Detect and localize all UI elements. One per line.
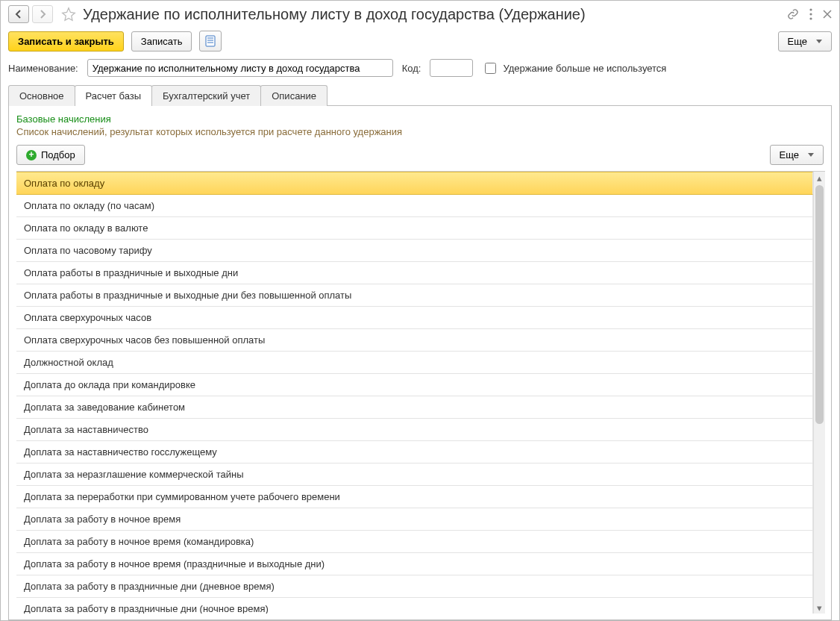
name-input[interactable] [87,59,393,77]
list-item[interactable]: Доплата за работу в ночное время [16,508,813,531]
list-item[interactable]: Доплата за наставничество [16,419,813,441]
scroll-down-icon[interactable]: ▾ [814,602,825,614]
unused-checkbox-wrap[interactable]: Удержание больше не используется [482,60,666,76]
list-item[interactable]: Оплата сверхурочных часов без повышенной… [16,329,813,352]
list-item[interactable]: Доплата за работу в ночное время (праздн… [16,553,813,575]
list-item[interactable]: Оплата по окладу (по часам) [16,195,813,217]
close-icon[interactable] [823,10,832,19]
svg-rect-3 [206,36,215,46]
nav-forward-button [32,5,53,23]
scroll-up-icon[interactable]: ▴ [814,172,825,184]
list-item[interactable]: Оплата по окладу в валюте [16,217,813,240]
tab-1[interactable]: Расчет базы [75,85,153,106]
list-item[interactable]: Доплата за работу в праздничные дни (ноч… [16,598,813,614]
kebab-menu-icon[interactable] [809,8,812,20]
pick-button[interactable]: + Подбор [16,145,85,165]
unused-label: Удержание больше не используется [503,63,666,74]
pick-button-label: Подбор [41,149,75,160]
list-item[interactable]: Доплата за работу в праздничные дни (дне… [16,575,813,598]
list-item[interactable]: Доплата за работу в ночное время (команд… [16,531,813,553]
window-title: Удержание по исполнительному листу в дох… [83,6,778,23]
tab-content: Базовые начисления Список начислений, ре… [8,105,832,620]
scrollbar[interactable]: ▴ ▾ [813,172,825,614]
list-item[interactable]: Оплата по часовому тарифу [16,240,813,262]
list-item[interactable]: Оплата сверхурочных часов [16,307,813,329]
code-input[interactable] [430,59,473,77]
tab-0[interactable]: Основное [8,85,75,106]
nav-back-button[interactable] [8,5,29,23]
list-item[interactable]: Оплата работы в праздничные и выходные д… [16,284,813,307]
name-label: Наименование: [8,63,78,74]
svg-point-0 [809,8,812,10]
svg-point-2 [809,17,812,19]
tab-3[interactable]: Описание [260,85,327,106]
code-label: Код: [402,63,421,74]
report-button[interactable] [199,31,222,52]
list-item[interactable]: Доплата за заведование кабинетом [16,396,813,419]
tabs: ОсновноеРасчет базыБухгалтерский учетОпи… [1,84,839,105]
link-icon[interactable] [787,8,799,20]
list-item[interactable]: Оплата работы в праздничные и выходные д… [16,262,813,284]
report-icon [205,35,216,47]
list-item[interactable]: Оплата по окладу [16,172,813,195]
list-item[interactable]: Доплата за переработки при суммированном… [16,486,813,508]
scroll-thumb[interactable] [815,185,824,424]
list-more-button[interactable]: Еще [770,145,824,165]
favorite-star-icon[interactable] [60,6,77,22]
save-button[interactable]: Записать [131,31,192,52]
more-menu-button[interactable]: Еще [778,31,832,52]
svg-point-1 [809,13,812,15]
save-and-close-button[interactable]: Записать и закрыть [8,31,124,52]
list-item[interactable]: Доплата за неразглашение коммерческой та… [16,464,813,486]
list-item[interactable]: Доплата до оклада при командировке [16,374,813,396]
plus-icon: + [26,150,37,160]
base-section-title: Базовые начисления [9,113,831,126]
unused-checkbox[interactable] [485,63,496,74]
base-section-subtitle: Список начислений, результат которых исп… [9,126,831,145]
list-item[interactable]: Доплата за наставничество госслужещему [16,441,813,464]
tab-2[interactable]: Бухгалтерский учет [151,85,261,106]
list-item[interactable]: Должностной оклад [16,352,813,374]
base-list: Оплата по окладуОплата по окладу (по час… [16,172,813,614]
